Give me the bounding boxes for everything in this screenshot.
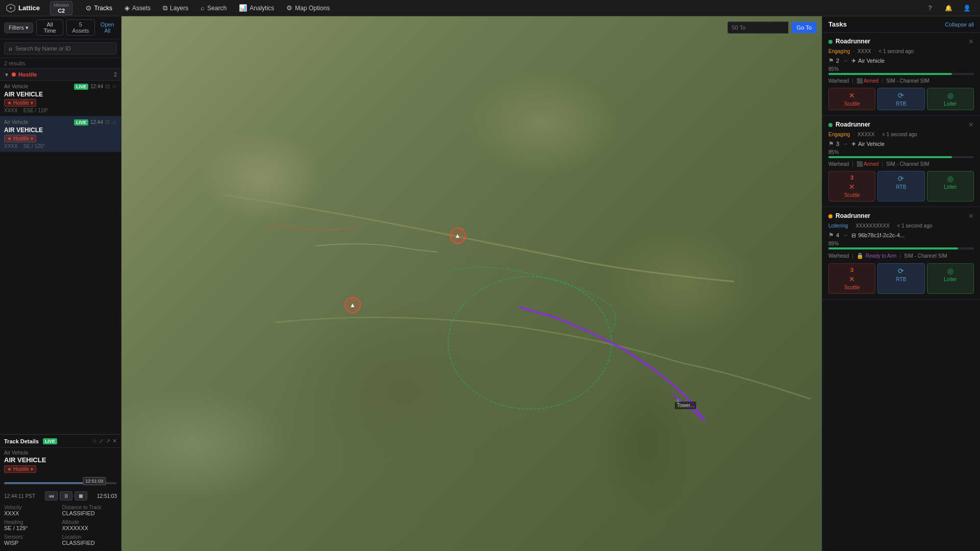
search-icon: ⌕ <box>9 45 12 52</box>
track-stats: Velocity XXXX Distance to Track CLASSIFI… <box>0 502 121 549</box>
layers-icon: ⧉ <box>163 4 167 12</box>
assets-icon: ◈ <box>125 4 130 12</box>
aircraft-icon: ✈ <box>851 58 856 64</box>
camera-icon[interactable]: ⊡ <box>105 83 110 90</box>
top-nav: Lattice Mission C2 ⊙ Tracks ◈ Assets ⧉ L… <box>0 0 980 16</box>
track-details-panel: Track Details LIVE ☆ ⤢ ↗ ✕ Air Vehicle A… <box>0 434 121 551</box>
nav-layers[interactable]: ⧉ Layers <box>158 2 193 14</box>
track-marker-1[interactable] <box>450 228 466 244</box>
assets-filter-button[interactable]: 5 Assets <box>66 19 94 36</box>
track-item[interactable]: Air Vehicle LIVE 12:44 ⊡ ☆ AIR VEHICLE ★… <box>0 116 121 152</box>
nav-tracks[interactable]: ⊙ Tracks <box>81 2 117 14</box>
hostile-marker-1[interactable] <box>450 228 466 244</box>
hostile-dot <box>12 72 16 77</box>
rtb-icon: ⟳ <box>898 267 904 275</box>
stop-button[interactable]: ⏹ <box>75 491 87 500</box>
notification-icon-btn[interactable]: 🔔 <box>941 1 955 15</box>
scuttle-button[interactable]: 3 ✕ Scuttle <box>828 171 875 202</box>
star-icon[interactable]: ☆ <box>112 119 117 126</box>
open-all-button[interactable]: Open All <box>98 21 117 34</box>
aircraft-icon: ✈ <box>851 141 856 147</box>
loiter-icon: ◎ <box>947 91 953 99</box>
nav-search[interactable]: ⌕ Search <box>195 2 232 14</box>
nav-map-options[interactable]: ⚙ Map Options <box>281 2 335 14</box>
goto-input[interactable] <box>727 21 789 34</box>
munition-icon: ⚑ <box>828 232 834 239</box>
timeline-slider[interactable]: 12:51:03 <box>4 482 117 484</box>
stat-heading: Heading SE / 129° <box>4 519 59 531</box>
left-panel: Filters ▾ All Time 5 Assets Open All ⌕ 2… <box>0 16 121 551</box>
task-close-button[interactable]: ✕ <box>968 38 974 45</box>
pause-button[interactable]: ⏸ <box>60 491 72 500</box>
tasks-header: Tasks Collapse all <box>822 16 980 33</box>
rtb-button[interactable]: ⟳ RTB <box>877 263 924 294</box>
stat-location: Location CLASSIFIED <box>62 534 117 546</box>
track-marker-2[interactable] <box>345 297 361 313</box>
td-hostile-badge: ★ Hostile ▾ <box>4 465 36 473</box>
munition-icon: ⚑ <box>828 140 834 147</box>
task-actions-1: ✕ Scuttle ⟳ RTB ◎ Loiter <box>828 88 974 110</box>
all-time-button[interactable]: All Time <box>36 19 63 36</box>
stat-velocity: Velocity XXXX <box>4 505 59 516</box>
nav-right-area: ? 🔔 👤 <box>923 1 974 15</box>
search-nav-icon: ⌕ <box>201 4 205 12</box>
munition-icon: ⚑ <box>828 57 834 64</box>
task-actions-2: 3 ✕ Scuttle ⟳ RTB ◎ Loiter <box>828 171 974 202</box>
collapse-all-button[interactable]: Collapse all <box>945 21 974 28</box>
results-count: 2 results <box>0 58 121 69</box>
tracks-icon: ⊙ <box>86 4 91 12</box>
task-card-2: Roadrunner ✕ Engaging · XXXXX · < 1 seco… <box>822 116 980 207</box>
play-prev-button[interactable]: ⏮ <box>45 491 58 500</box>
filters-button[interactable]: Filters ▾ <box>4 22 33 33</box>
task-status-dot <box>828 40 832 44</box>
task-status-dot <box>828 123 832 127</box>
timeline-thumb[interactable]: 12:51:03 <box>83 477 106 485</box>
hostile-marker-2[interactable] <box>345 297 361 313</box>
star-icon[interactable]: ☆ <box>112 83 117 90</box>
map-area[interactable]: Tower... Go To <box>121 16 822 551</box>
hostile-badge: ★ Hostile ▾ <box>4 99 36 107</box>
ready-to-arm-status: 🔒 Ready to Arm <box>856 253 897 259</box>
search-input-wrap: ⌕ <box>4 42 117 55</box>
scuttle-button[interactable]: ✕ Scuttle <box>828 88 875 110</box>
task-close-button[interactable]: ✕ <box>968 212 974 220</box>
category-hostile[interactable]: ▼ Hostile 2 <box>0 69 121 81</box>
loiter-button[interactable]: ◎ Loiter <box>927 263 974 294</box>
user-icon-btn[interactable]: 👤 <box>960 1 974 15</box>
loiter-icon: ◎ <box>947 174 953 183</box>
tower-label: Tower... <box>675 402 696 409</box>
app-logo: Lattice <box>6 4 40 13</box>
track-item[interactable]: Air Vehicle LIVE 12:44 ⊡ ☆ AIR VEHICLE ★… <box>0 81 121 116</box>
map-background[interactable]: Tower... Go To <box>121 16 822 551</box>
nav-assets[interactable]: ◈ Assets <box>119 2 156 14</box>
expand-icon[interactable]: ⤢ <box>99 438 104 444</box>
nav-analytics[interactable]: 📊 Analytics <box>234 2 279 14</box>
rtb-button[interactable]: ⟳ RTB <box>877 171 924 202</box>
task-status-dot <box>828 214 832 218</box>
loiter-button[interactable]: ◎ Loiter <box>927 88 974 110</box>
right-panel: Tasks Collapse all Roadrunner ✕ Engaging… <box>822 16 980 551</box>
external-link-icon[interactable]: ↗ <box>106 438 110 444</box>
star-detail-icon[interactable]: ☆ <box>92 438 97 444</box>
armed-status: ⬛ Armed <box>856 161 879 167</box>
goto-button[interactable]: Go To <box>792 22 817 33</box>
filter-chevron-icon: ▾ <box>26 24 29 31</box>
camera-icon[interactable]: ⊡ <box>105 119 110 126</box>
filter-bar: Filters ▾ All Time 5 Assets Open All <box>0 16 121 39</box>
stat-distance: Distance to Track CLASSIFIED <box>62 505 117 516</box>
help-icon-btn[interactable]: ? <box>923 1 937 15</box>
task-close-button[interactable]: ✕ <box>968 121 974 129</box>
td-live-badge: LIVE <box>43 438 57 444</box>
rtb-button[interactable]: ⟳ RTB <box>877 88 924 110</box>
scuttle-button[interactable]: 3 ✕ Scuttle <box>828 263 875 294</box>
hostile-badge: ★ Hostile ▾ <box>4 135 36 142</box>
live-badge: LIVE <box>74 119 88 126</box>
task-card-3: Roadrunner ✕ Loitering · XXXXXXXXXX · < … <box>822 207 980 299</box>
target-uuid-icon: ⊟ <box>851 232 856 239</box>
playback-controls: 12:44:11 PST ⏮ ⏸ ⏹ 12:51:03 <box>0 490 121 502</box>
loiter-button[interactable]: ◎ Loiter <box>927 171 974 202</box>
progress-bar <box>828 247 974 249</box>
live-badge: LIVE <box>74 84 88 90</box>
close-detail-icon[interactable]: ✕ <box>112 438 117 444</box>
search-input[interactable] <box>15 45 112 52</box>
